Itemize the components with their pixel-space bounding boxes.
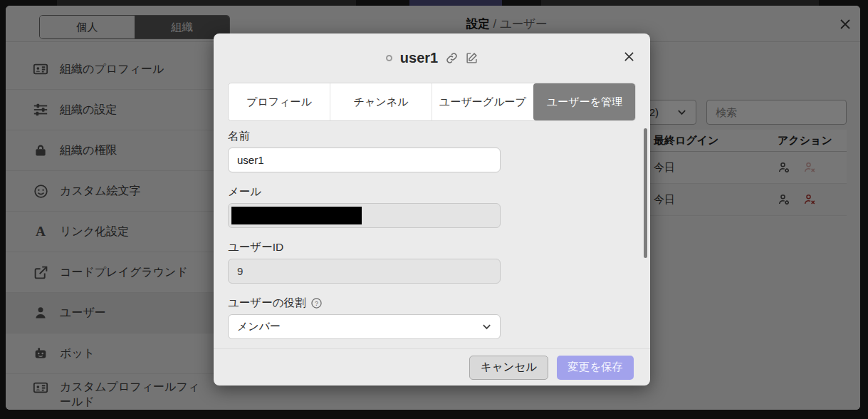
role-selected-value: メンバー <box>237 320 281 333</box>
user-modal: user1 プロフィール チャンネル ユーザーグループ ユーザーを管理 名前 メ… <box>214 33 650 386</box>
name-label: 名前 <box>228 129 636 144</box>
cancel-button[interactable]: キャンセル <box>469 356 548 380</box>
modal-scrollbar[interactable] <box>644 128 647 258</box>
user-id-field <box>228 259 501 284</box>
email-label: メール <box>228 185 636 200</box>
modal-tab[interactable]: ユーザーを管理 <box>533 83 635 120</box>
modal-footer: キャンセル 変更を保存 <box>214 348 650 386</box>
background-app-strip <box>409 0 502 6</box>
app-screen: 個人 組織 設定 / ユーザー 組織のプロフィール 組織の設定 組織の権限 カス… <box>0 0 868 419</box>
role-select[interactable]: メンバー <box>228 314 501 339</box>
modal-tab[interactable]: ユーザーグループ <box>432 83 533 120</box>
user-id-label: ユーザーID <box>228 240 636 255</box>
save-button[interactable]: 変更を保存 <box>557 356 634 380</box>
modal-title: user1 <box>400 50 438 66</box>
modal-header: user1 <box>214 33 650 83</box>
help-icon[interactable]: ? <box>311 298 322 309</box>
background-app-strip <box>541 0 819 6</box>
chevron-down-icon <box>482 322 491 331</box>
role-label: ユーザーの役割 ? <box>228 296 636 311</box>
user-form: 名前 メール ユーザーID ユーザーの役割 ? <box>214 121 650 339</box>
presence-offline-icon <box>386 55 392 61</box>
redaction-bar <box>231 207 362 224</box>
background-app-strip <box>57 0 356 6</box>
modal-tabs: プロフィール チャンネル ユーザーグループ ユーザーを管理 <box>228 83 636 121</box>
svg-text:?: ? <box>315 300 318 307</box>
modal-tab[interactable]: プロフィール <box>229 83 330 120</box>
modal-tab[interactable]: チャンネル <box>330 83 432 120</box>
close-icon[interactable] <box>624 51 634 62</box>
edit-icon[interactable] <box>466 52 478 64</box>
copy-link-icon[interactable] <box>446 52 458 64</box>
name-field[interactable] <box>228 148 501 172</box>
